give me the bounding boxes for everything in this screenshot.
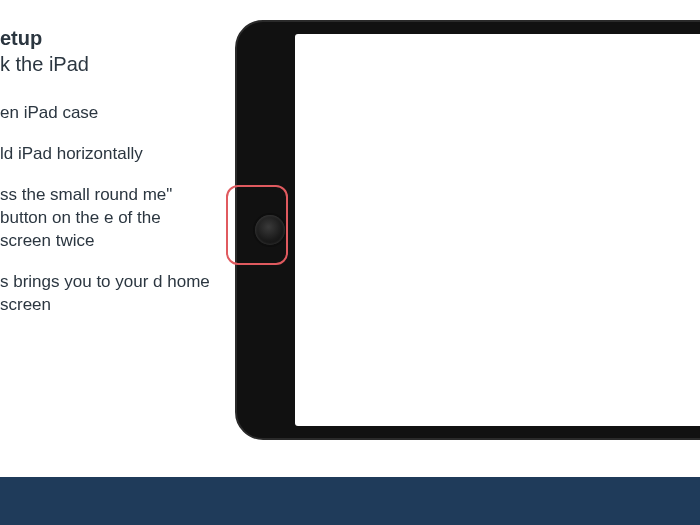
instruction-item: ss the small round me" button on the e o…: [0, 184, 210, 253]
footer-bar: [0, 477, 700, 525]
instruction-item: s brings you to your d home screen: [0, 271, 210, 317]
home-button-icon: [255, 215, 285, 245]
slide-subheading: k the iPad: [0, 52, 210, 76]
slide-heading: etup: [0, 26, 210, 50]
instruction-text-column: etup k the iPad en iPad case ld iPad hor…: [0, 26, 210, 335]
ipad-illustration: [235, 20, 700, 465]
ipad-screen: [295, 34, 700, 426]
instruction-item: ld iPad horizontally: [0, 143, 210, 166]
instruction-item: en iPad case: [0, 102, 210, 125]
instruction-list: en iPad case ld iPad horizontally ss the…: [0, 102, 210, 317]
ipad-body: [235, 20, 700, 440]
slide: etup k the iPad en iPad case ld iPad hor…: [0, 0, 700, 525]
